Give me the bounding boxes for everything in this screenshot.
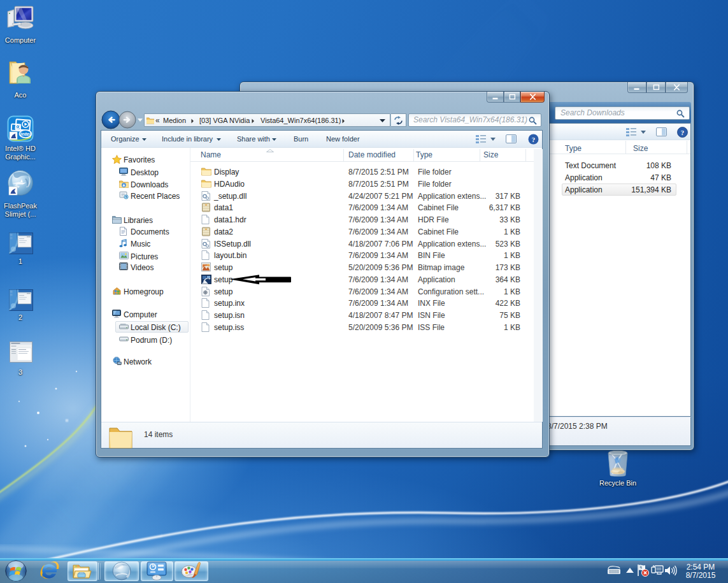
svg-text:intel: intel — [20, 131, 31, 137]
svg-text:?: ? — [532, 136, 536, 143]
svg-text:?: ? — [681, 129, 685, 136]
